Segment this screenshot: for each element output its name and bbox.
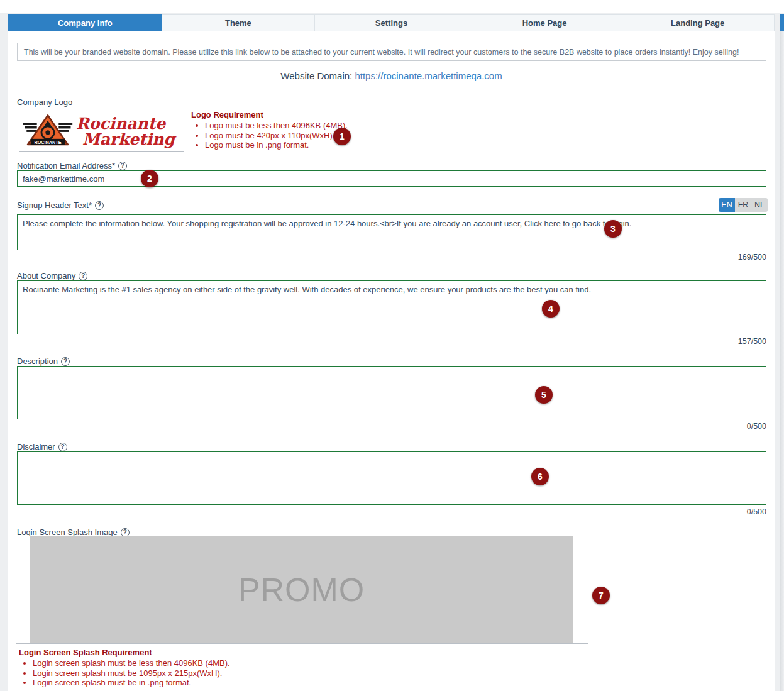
signup-header-label-text: Signup Header Text* bbox=[17, 201, 92, 210]
help-icon[interactable]: ? bbox=[118, 162, 127, 170]
info-banner: This will be your branded website domain… bbox=[17, 43, 766, 61]
splash-requirement-item: Login screen splash must be less then 40… bbox=[33, 658, 230, 668]
language-button-fr[interactable]: FR bbox=[735, 198, 751, 212]
step-badge-5: 5 bbox=[535, 386, 553, 404]
step-badge-4: 4 bbox=[542, 300, 560, 318]
disclaimer-label-text: Disclaimer bbox=[17, 442, 55, 451]
step-badge-2: 2 bbox=[141, 170, 158, 187]
step-badge-1: 1 bbox=[333, 128, 351, 145]
language-toggle-group: EN FR NL bbox=[719, 198, 768, 212]
description-textarea[interactable] bbox=[17, 366, 766, 419]
signup-header-label: Signup Header Text* ? bbox=[17, 201, 104, 210]
description-counter: 0/500 bbox=[17, 422, 766, 431]
company-logo-label-text: Company Logo bbox=[17, 97, 72, 107]
logo-requirement-block: Logo Requirement Logo must be less then … bbox=[191, 110, 348, 150]
promo-text: PROMO bbox=[238, 571, 365, 609]
help-icon[interactable]: ? bbox=[61, 357, 70, 366]
company-logo-preview[interactable]: ROCINANTE Rocinante Marketing bbox=[19, 111, 184, 152]
splash-requirement-item: Login screen splash must be 1095px x 215… bbox=[33, 668, 230, 678]
company-info-panel: Company Info Theme Settings Home Page La… bbox=[8, 14, 775, 691]
website-domain-link[interactable]: https://rocinante.markettimeqa.com bbox=[355, 70, 502, 81]
tab-settings[interactable]: Settings bbox=[315, 14, 468, 31]
logo-requirement-item: Logo must be less then 4096KB (4MB). bbox=[205, 121, 348, 131]
tab-bar: Company Info Theme Settings Home Page La… bbox=[8, 14, 775, 31]
email-label: Notification Email Address* ? bbox=[17, 161, 127, 170]
logo-requirement-item: Logo must be in .png format. bbox=[205, 140, 348, 150]
tab-company-info[interactable]: Company Info bbox=[8, 14, 162, 31]
step-badge-3: 3 bbox=[604, 220, 622, 238]
signup-header-textarea[interactable]: Please complete the information below. Y… bbox=[17, 214, 766, 250]
help-icon[interactable]: ? bbox=[79, 272, 87, 280]
disclaimer-counter: 0/500 bbox=[17, 507, 766, 516]
about-company-label: About Company ? bbox=[17, 271, 87, 280]
logo-wordmark: Rocinante Marketing bbox=[76, 116, 175, 147]
step-badge-7: 7 bbox=[592, 587, 610, 604]
language-button-en[interactable]: EN bbox=[719, 198, 735, 212]
rocinante-emblem-icon: ROCINANTE bbox=[22, 113, 74, 150]
splash-requirement-title: Login Screen Splash Requirement bbox=[19, 648, 230, 657]
tab-landing-page[interactable]: Landing Page bbox=[621, 14, 775, 31]
step-badge-6: 6 bbox=[531, 468, 549, 485]
about-company-label-text: About Company bbox=[17, 271, 75, 280]
tab-theme[interactable]: Theme bbox=[162, 14, 316, 31]
description-label-text: Description bbox=[17, 357, 58, 366]
logo-wordmark-line1: Rocinante bbox=[76, 116, 175, 131]
splash-image-preview[interactable]: PROMO bbox=[16, 536, 588, 644]
website-domain-line: Website Domain: https://rocinante.market… bbox=[8, 70, 775, 81]
signup-counter: 169/500 bbox=[17, 253, 766, 262]
svg-text:ROCINANTE: ROCINANTE bbox=[34, 140, 61, 145]
disclaimer-textarea[interactable] bbox=[17, 451, 766, 505]
about-counter: 157/500 bbox=[17, 337, 766, 346]
logo-wordmark-line2: Marketing bbox=[82, 131, 175, 147]
notification-email-input[interactable] bbox=[17, 170, 766, 187]
company-logo-label: Company Logo bbox=[17, 97, 72, 107]
email-label-text: Notification Email Address* bbox=[17, 161, 115, 170]
help-icon[interactable]: ? bbox=[95, 201, 104, 210]
logo-requirement-title: Logo Requirement bbox=[191, 110, 348, 119]
description-label: Description ? bbox=[17, 357, 70, 366]
disclaimer-label: Disclaimer ? bbox=[17, 442, 67, 451]
help-icon[interactable]: ? bbox=[58, 443, 67, 451]
website-domain-label: Website Domain: bbox=[280, 70, 352, 81]
splash-requirement-block: Login Screen Splash Requirement Login sc… bbox=[19, 648, 230, 688]
splash-requirement-list: Login screen splash must be less then 40… bbox=[33, 658, 230, 688]
scrollbar-thumb[interactable] bbox=[780, 14, 784, 31]
info-banner-text: This will be your branded website domain… bbox=[24, 48, 739, 57]
language-button-nl[interactable]: NL bbox=[751, 198, 768, 212]
splash-requirement-item: Login screen splash must be in .png form… bbox=[33, 678, 230, 688]
tab-home-page[interactable]: Home Page bbox=[468, 14, 622, 31]
logo-requirement-list: Logo must be less then 4096KB (4MB). Log… bbox=[205, 121, 348, 150]
about-company-textarea[interactable]: Rocinante Marketing is the #1 sales agen… bbox=[17, 280, 766, 334]
logo-requirement-item: Logo must be 420px x 110px(WxH). bbox=[205, 131, 348, 141]
splash-placeholder-image: PROMO bbox=[30, 536, 573, 643]
panel-body: This will be your branded website domain… bbox=[8, 31, 775, 691]
scrollbar[interactable] bbox=[780, 14, 784, 691]
